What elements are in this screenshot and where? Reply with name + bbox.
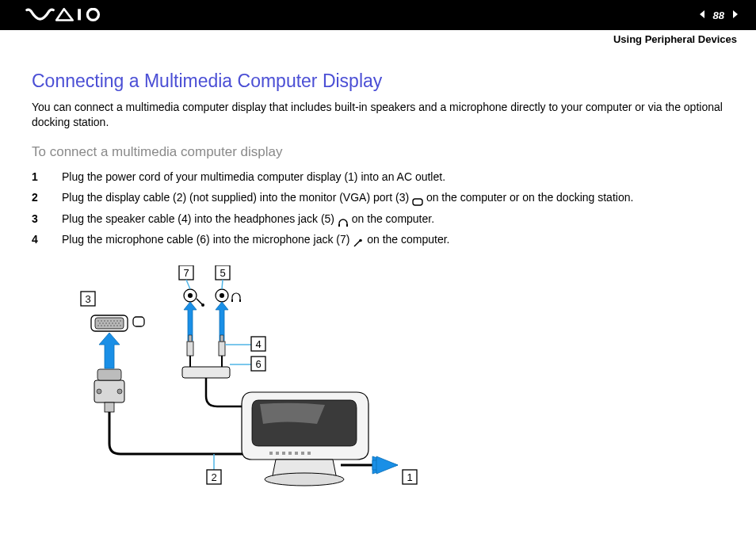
svg-point-37 [201,303,204,307]
intro-paragraph: You can connect a multimedia computer di… [32,100,724,130]
nav-prev-icon[interactable] [697,10,707,21]
svg-rect-64 [269,452,273,455]
monitor-port-icon [412,193,423,203]
svg-rect-50 [220,335,223,341]
svg-line-36 [197,299,202,304]
diagram-label-2: 2 [211,471,216,483]
diagram-label-1: 1 [407,471,412,483]
diagram-label-4: 4 [255,338,261,350]
steps-list: Plug the power cord of your multimedia c… [32,168,724,249]
svg-point-28 [110,326,112,327]
svg-point-29 [113,326,115,327]
svg-point-11 [104,321,105,322]
svg-rect-47 [189,335,192,341]
header-bar: 88 [0,0,756,30]
step-text: on the computer. [352,212,434,225]
svg-point-13 [110,321,112,322]
svg-point-31 [120,326,121,327]
connection-diagram: 3 7 5 [32,251,724,498]
svg-point-61 [117,389,122,394]
svg-line-43 [186,280,190,289]
svg-rect-3 [338,224,340,227]
svg-point-14 [113,321,115,322]
svg-rect-4 [346,224,348,227]
step-item: Plug the display cable (2) (not supplied… [32,189,724,206]
step-text: on the computer. [367,233,449,246]
svg-point-60 [97,389,101,394]
svg-rect-67 [288,452,292,455]
step-item: Plug the speaker cable (4) into the head… [32,210,724,227]
svg-point-24 [97,326,99,327]
svg-point-6 [360,239,363,242]
step-text: on the computer or on the docking statio… [426,191,634,204]
svg-rect-46 [187,341,193,356]
svg-rect-52 [182,367,230,378]
svg-point-30 [116,326,118,327]
step-text: Plug the speaker cable (4) into the head… [62,212,338,225]
svg-point-22 [115,323,116,325]
crt-monitor-icon [242,392,368,486]
svg-point-63 [265,473,344,486]
svg-point-27 [107,326,109,327]
headphone-icon [338,215,349,224]
svg-point-10 [101,321,102,322]
svg-point-15 [116,321,118,322]
vga-plug-icon [94,369,124,412]
svg-point-25 [101,326,102,327]
svg-line-5 [354,241,360,246]
page-content: Connecting a Multimedia Computer Display… [0,47,756,506]
diagram-label-3: 3 [85,293,90,305]
svg-rect-62 [105,402,114,412]
svg-point-39 [220,293,224,298]
vaio-logo [19,8,114,22]
svg-rect-32 [133,317,144,326]
svg-rect-69 [301,452,304,455]
svg-rect-41 [239,299,241,302]
diagram-label-6: 6 [255,358,261,370]
step-text: Plug the microphone cable (6) into the m… [62,233,353,246]
svg-rect-0 [78,9,81,20]
svg-rect-2 [413,199,422,205]
mic-icon [353,235,364,245]
svg-point-35 [188,293,193,298]
svg-point-1 [87,9,98,20]
svg-point-23 [118,323,120,325]
page-number: 88 [713,10,724,21]
section-subtitle: To connect a multimedia computer display [32,144,724,160]
step-text: Plug the display cable (2) (not supplied… [62,191,412,204]
svg-point-18 [102,323,104,325]
diagram-label-7: 7 [183,267,189,279]
diagram-label-5: 5 [220,267,225,279]
header-nav: 88 [697,10,740,21]
svg-rect-68 [295,452,298,455]
svg-rect-66 [282,452,285,455]
svg-rect-40 [231,299,233,302]
svg-line-45 [222,280,223,289]
step-item: Plug the microphone cable (6) into the m… [32,231,724,248]
nav-next-icon[interactable] [731,10,740,21]
step-text: Plug the power cord of your multimedia c… [62,170,445,183]
svg-rect-70 [307,452,311,455]
breadcrumb: Using Peripheral Devices [0,30,756,47]
svg-point-16 [120,321,121,322]
page-title: Connecting a Multimedia Computer Display [32,71,724,92]
svg-point-26 [104,326,105,327]
svg-point-19 [105,323,107,325]
svg-point-20 [109,323,110,325]
svg-rect-49 [219,341,225,356]
svg-rect-59 [97,369,121,380]
svg-point-21 [112,323,113,325]
svg-rect-65 [276,452,279,455]
svg-point-12 [107,321,109,322]
svg-point-9 [97,321,99,322]
step-item: Plug the power cord of your multimedia c… [32,168,724,185]
svg-point-17 [99,323,101,325]
